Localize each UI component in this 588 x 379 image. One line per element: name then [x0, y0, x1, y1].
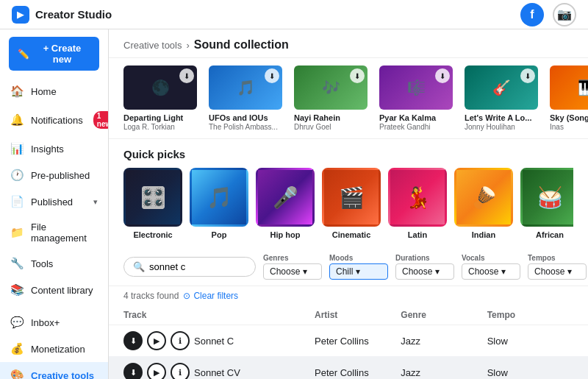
sidebar-item-file-management[interactable]: 📁 File management: [0, 215, 108, 250]
table-header: Track Artist Genre Tempo: [109, 305, 588, 325]
moods-filter: Moods Chill ▾: [329, 254, 388, 280]
play-icon[interactable]: ⬇: [520, 68, 535, 83]
track-thumb-image: 🎵: [237, 79, 255, 96]
sidebar-item-label: Content library: [31, 285, 93, 296]
arrow-icon: ▾: [93, 197, 98, 207]
breadcrumb-current: Sound collection: [194, 38, 289, 52]
genre-cinematic[interactable]: 🎬 Cinematic: [322, 168, 381, 239]
play-icon[interactable]: ⬇: [350, 68, 365, 83]
creative-icon: 🎨: [10, 369, 24, 379]
moods-select[interactable]: Chill ▾: [329, 263, 388, 280]
clear-filters-button[interactable]: ⊙ Clear filters: [183, 291, 238, 301]
sidebar-item-content-library[interactable]: 📚 Content library: [0, 277, 108, 303]
play-button[interactable]: ▶: [147, 331, 166, 350]
sidebar-item-home[interactable]: 🏠 Home: [0, 78, 108, 105]
featured-track[interactable]: 🎶 ⬇ Nayi Rahein Dhruv Goel: [294, 65, 368, 131]
dropdown-arrow-icon: ▾: [501, 266, 506, 277]
insights-icon: 📊: [10, 142, 24, 155]
top-bar: ▶ Creator Studio f 📷: [0, 0, 588, 29]
download-button[interactable]: ⬇: [123, 331, 143, 350]
track-thumbnail: 🌑 ⬇: [123, 65, 197, 110]
info-button[interactable]: ℹ: [171, 331, 190, 350]
featured-track[interactable]: 🎼 ⬇ Pyar Ka Kalma Prateek Gandhi: [379, 65, 453, 131]
doc-icon: 📄: [10, 195, 24, 208]
sidebar-item-creative-tools[interactable]: 🎨 Creative tools: [0, 362, 108, 379]
track-title: Let's Write A Lo...: [465, 113, 538, 123]
breadcrumb-separator: ›: [186, 40, 189, 51]
app-logo-icon: ▶: [12, 6, 29, 24]
featured-track[interactable]: 🎹 ⬇ Sky (Song For ... Inas: [550, 65, 588, 131]
track-thumb-image: 🎼: [407, 79, 426, 96]
sidebar-item-monetization[interactable]: 💰 Monetization: [0, 336, 108, 362]
durations-filter-label: Durations: [395, 254, 454, 262]
play-icon[interactable]: ⬇: [435, 68, 450, 83]
genre-label: Hip hop: [256, 230, 315, 239]
main-content: Creative tools › Sound collection 🌑 ⬇ De…: [109, 29, 588, 379]
filters-bar: 🔍 Genres Choose ▾ Moods Chill ▾: [109, 248, 588, 286]
genre-thumbnail: 🎤: [256, 168, 315, 227]
genre-thumbnail: 🥁: [520, 168, 573, 227]
library-icon: 📚: [10, 283, 24, 297]
breadcrumb-parent[interactable]: Creative tools: [123, 40, 182, 51]
featured-track[interactable]: 🎸 ⬇ Let's Write A Lo... Jonny Houlihan: [465, 65, 538, 131]
durations-select[interactable]: Choose ▾: [395, 263, 454, 280]
sidebar-item-pre-published[interactable]: 🕐 Pre-published: [0, 162, 108, 188]
notification-badge: 1 new: [93, 111, 109, 129]
genre-pop[interactable]: 🎵 Pop: [190, 168, 248, 239]
sidebar-item-label: Monetization: [31, 344, 85, 355]
track-thumbnail: 🎶 ⬇: [294, 65, 368, 110]
breadcrumb: Creative tools › Sound collection: [109, 29, 588, 58]
genre-thumbnail: 🎵: [190, 168, 248, 227]
genre-label: African: [520, 230, 573, 239]
info-button[interactable]: ℹ: [171, 363, 190, 379]
vocals-select[interactable]: Choose ▾: [462, 263, 520, 280]
genre-electronic[interactable]: 🎛️ Electronic: [123, 168, 182, 239]
sidebar-item-published[interactable]: 📄 Published ▾: [0, 188, 108, 215]
track-thumb-image: 🎹: [578, 79, 589, 96]
home-icon: 🏠: [10, 85, 24, 98]
track-tempo: Slow: [487, 367, 573, 378]
genre-thumbnail: 🎛️: [123, 168, 182, 227]
moods-filter-label: Moods: [329, 254, 388, 262]
genre-indian[interactable]: 🪘 Indian: [454, 168, 513, 239]
results-count: 4 tracks found: [123, 291, 179, 301]
sidebar-item-inbox[interactable]: 💬 Inbox+: [0, 309, 108, 336]
sidebar-item-tools[interactable]: 🔧 Tools: [0, 250, 108, 277]
genres-filter: Genres Choose ▾: [263, 254, 322, 280]
play-icon[interactable]: ⬇: [265, 68, 279, 83]
col-genre: Genre: [401, 310, 487, 320]
track-thumb-image: 🎸: [492, 79, 511, 96]
sidebar-item-notifications[interactable]: 🔔 Notifications 1 new: [0, 105, 108, 135]
genre-list: 🎛️ Electronic 🎵 Pop 🎤 Hip hop 🎬 Cinemati…: [123, 168, 573, 239]
play-icon[interactable]: ⬇: [179, 68, 194, 83]
sidebar-item-insights[interactable]: 📊 Insights: [0, 135, 108, 162]
genres-select[interactable]: Choose ▾: [263, 263, 322, 280]
social-icons: f 📷: [520, 3, 576, 26]
clear-icon: ⊙: [183, 291, 190, 301]
instagram-icon[interactable]: 📷: [553, 3, 576, 26]
track-artist: Dhruv Goel: [294, 123, 368, 131]
track-thumb-image: 🌑: [151, 79, 170, 96]
tempos-select[interactable]: Choose ▾: [528, 263, 587, 280]
genre-latin[interactable]: 💃 Latin: [388, 168, 447, 239]
search-box[interactable]: 🔍: [123, 257, 256, 277]
genre-african[interactable]: 🥁 African: [520, 168, 573, 239]
create-new-button[interactable]: ✏️ + Create new: [9, 37, 99, 71]
featured-track[interactable]: 🌑 ⬇ Departing Light Loga R. Torkian: [123, 65, 197, 131]
download-button[interactable]: ⬇: [123, 363, 143, 379]
quick-picks-section: Quick picks 🎛️ Electronic 🎵 Pop 🎤 Hip ho…: [109, 139, 588, 248]
inbox-icon: 💬: [10, 316, 24, 329]
genre-hiphop[interactable]: 🎤 Hip hop: [256, 168, 315, 239]
track-thumbnail: 🎹 ⬇: [550, 65, 588, 110]
search-input[interactable]: [149, 261, 237, 272]
facebook-icon[interactable]: f: [520, 3, 544, 26]
play-button[interactable]: ▶: [147, 363, 166, 379]
top-bar-left: ▶ Creator Studio: [12, 6, 112, 24]
featured-track[interactable]: 🎵 ⬇ UFOs and IOUs The Polish Ambass...: [209, 65, 282, 131]
track-thumbnail: 🎼 ⬇: [379, 65, 453, 110]
track-thumb-image: 🎶: [322, 79, 340, 96]
col-track: Track: [123, 310, 315, 320]
tempos-filter: Tempos Choose ▾: [528, 254, 587, 280]
table-row: ⬇ ▶ ℹ Sonnet C Peter Collins Jazz Slow: [109, 325, 588, 357]
track-genre: Jazz: [401, 336, 487, 347]
